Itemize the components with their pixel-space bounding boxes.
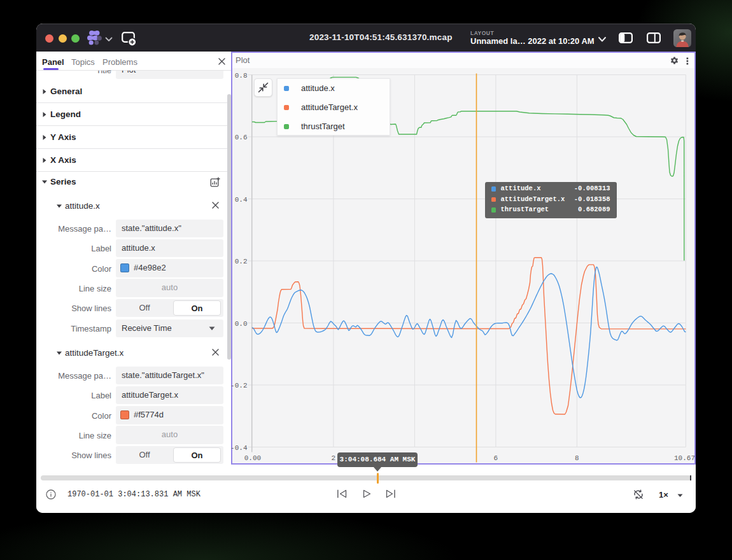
svg-text:0.2: 0.2 xyxy=(234,258,247,265)
svg-text:6: 6 xyxy=(493,454,498,462)
svg-text:-0.2: -0.2 xyxy=(230,382,247,389)
svg-text:0.4: 0.4 xyxy=(234,195,247,203)
svg-text:0.6: 0.6 xyxy=(234,134,247,141)
svg-text:0.0: 0.0 xyxy=(234,319,247,327)
svg-text:0.8: 0.8 xyxy=(234,71,247,79)
svg-text:0.00: 0.00 xyxy=(244,454,260,462)
svg-text:8: 8 xyxy=(575,454,579,462)
svg-text:-0.4: -0.4 xyxy=(230,444,248,451)
svg-text:10.67: 10.67 xyxy=(673,454,694,462)
svg-text:2: 2 xyxy=(331,454,335,462)
